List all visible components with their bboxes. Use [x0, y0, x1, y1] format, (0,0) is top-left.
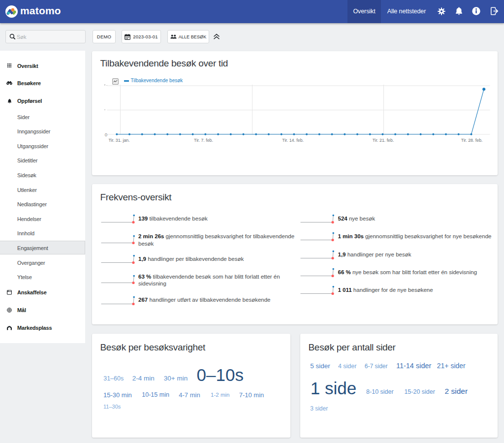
- svg-text:Tir. 21. feb.: Tir. 21. feb.: [372, 137, 394, 142]
- svg-text:Tir. 28. feb.: Tir. 28. feb.: [461, 137, 482, 142]
- svg-text:0: 0: [104, 131, 107, 137]
- svg-text:Tir. 14. feb.: Tir. 14. feb.: [282, 137, 304, 142]
- svg-text:Tir. 31. jan.: Tir. 31. jan.: [108, 137, 129, 142]
- svg-text:Tir. 7. feb.: Tir. 7. feb.: [194, 137, 213, 142]
